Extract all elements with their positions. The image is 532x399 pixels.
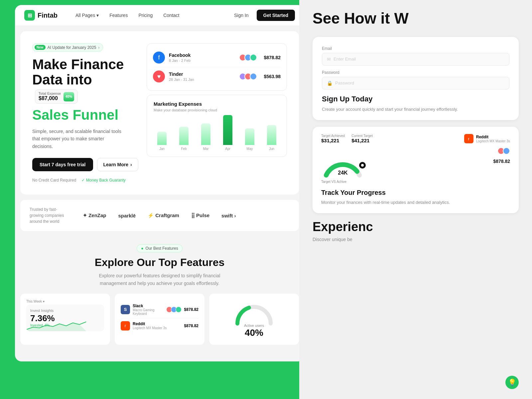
gauge-label: Target VS Achive bbox=[321, 180, 456, 184]
nav-all-pages[interactable]: All Pages ▾ bbox=[71, 11, 103, 20]
table-row: f Facebook 8 Jan - 2 Feb $878.82 bbox=[153, 48, 281, 67]
slack-icon: S bbox=[121, 305, 130, 314]
progress-amount: $878.82 bbox=[493, 159, 510, 164]
signup-title: Sign Up Today bbox=[322, 95, 509, 103]
nav-contact[interactable]: Contact bbox=[159, 11, 184, 20]
tx-amount: $563.98 bbox=[264, 74, 281, 79]
reddit-progress-item: r Reddit Logitech MX Master 3s bbox=[464, 134, 510, 143]
feature-cards: This Week ▾ Invest Insights 7.36% Invest… bbox=[20, 294, 299, 351]
chart-bar bbox=[267, 125, 276, 145]
hero-right: f Facebook 8 Jan - 2 Feb $878.82 ♥ bbox=[147, 43, 287, 157]
experience-section: Experienc Discover unique be bbox=[313, 213, 519, 249]
fc-this-week: This Week ▾ bbox=[26, 300, 104, 303]
learn-more-button[interactable]: Learn More › bbox=[97, 158, 138, 171]
badge-arrow-icon: › bbox=[98, 45, 99, 50]
password-group: Password 🔒 Password bbox=[322, 70, 509, 89]
bar-group: Jan bbox=[154, 132, 170, 151]
meta-money: ✓ Money Back Guaranty bbox=[81, 178, 126, 183]
brand-pulse: ⣿ Pulse bbox=[191, 212, 209, 218]
active-users-value: 40% bbox=[245, 328, 263, 338]
trusted-section: Trusted by fast-growing companies around… bbox=[20, 200, 299, 231]
active-users-label: Active users bbox=[244, 324, 264, 328]
brand-zenzap: ✦ ZenZap bbox=[83, 212, 106, 218]
features-header: ● Our Best Features Explore Our Top Feat… bbox=[20, 236, 299, 294]
gauge-chart bbox=[234, 300, 274, 327]
experience-title: Experienc bbox=[313, 220, 519, 234]
progress-right: r Reddit Logitech MX Master 3s $878.82 bbox=[464, 134, 510, 206]
list-item: S Slack Macro Gaming Keyboard $878.82 bbox=[121, 301, 199, 319]
invest-line-chart bbox=[26, 318, 104, 331]
bar-chart: Jan Feb Mar Apr bbox=[154, 117, 280, 151]
signup-card: Email ✉ Enter Email Password 🔒 Password … bbox=[313, 37, 519, 120]
brand-sparkle: sparklē bbox=[118, 213, 136, 218]
tx-tinder-info: Tinder 28 Jan - 31 Jan bbox=[169, 71, 235, 81]
chart-bar bbox=[157, 132, 167, 145]
progress-gauge: 24K bbox=[321, 149, 364, 179]
bar-group: Jun bbox=[263, 125, 280, 151]
bar-group: Mar bbox=[198, 123, 214, 151]
progress-left: Target Achieved $31,221 Current Target $… bbox=[321, 134, 456, 206]
progress-desc: Monitor your finances with real-time upd… bbox=[321, 199, 456, 206]
bar-group: May bbox=[241, 128, 258, 151]
amount: $878.82 bbox=[184, 307, 199, 312]
tx-avatars bbox=[166, 307, 182, 313]
brand-name: Fintab bbox=[38, 12, 58, 19]
avatar bbox=[503, 147, 510, 155]
bar-group: Apr bbox=[219, 115, 236, 151]
features-badge: ● Our Best Features bbox=[137, 244, 182, 252]
avatar bbox=[250, 54, 257, 61]
tx-date: 28 Jan - 31 Jan bbox=[169, 77, 235, 81]
expense-widget: Total Expense $87,000 40% bbox=[35, 89, 78, 104]
nav-features[interactable]: Features bbox=[105, 11, 132, 20]
get-started-button[interactable]: Get Started bbox=[257, 10, 295, 21]
right-panel: See How it W Email ✉ Enter Email Passwor… bbox=[299, 0, 532, 399]
chart-card: Marketing Expenses Make your database pr… bbox=[147, 95, 287, 157]
chevron-icon: ▾ bbox=[96, 13, 99, 18]
hero-left: New AI Update for January 2025 › Make Fi… bbox=[32, 43, 139, 183]
arrow-right-icon: › bbox=[130, 162, 132, 167]
features-section: ● Our Best Features Explore Our Top Feat… bbox=[15, 236, 304, 351]
email-group: Email ✉ Enter Email bbox=[322, 46, 509, 66]
sign-in-link[interactable]: Sign In bbox=[230, 11, 253, 20]
brand-logos: ✦ ZenZap sparklē ⚡ Craftgram ⣿ Pulse swi… bbox=[83, 212, 290, 218]
avatar bbox=[250, 73, 257, 80]
password-field[interactable]: 🔒 Password bbox=[322, 77, 509, 89]
feature-card-transactions: S Slack Macro Gaming Keyboard $878.82 bbox=[115, 294, 204, 345]
reddit-icon: r bbox=[464, 134, 473, 143]
amount: $878.82 bbox=[184, 324, 199, 328]
dot-icon: ● bbox=[141, 246, 143, 251]
gauge-needle bbox=[359, 162, 366, 169]
feature-card-active-users: Active users 40% bbox=[209, 294, 299, 345]
hero-badge: New AI Update for January 2025 › bbox=[32, 43, 103, 52]
chart-bar bbox=[201, 123, 210, 145]
logo: ⊞ Fintab bbox=[24, 10, 58, 21]
badge-new: New bbox=[35, 45, 46, 50]
nav-pricing[interactable]: Pricing bbox=[134, 11, 157, 20]
gauge-value: 24K bbox=[338, 170, 347, 176]
green-bulb-icon: 💡 bbox=[505, 376, 519, 389]
logo-icon: ⊞ bbox=[24, 10, 35, 21]
chart-bar bbox=[245, 128, 254, 145]
tx-avatars bbox=[239, 54, 257, 61]
nav-links: All Pages ▾ Features Pricing Contact bbox=[71, 11, 230, 20]
invest-chart-area: Invest Insights 7.36% Invested -6% bbox=[26, 305, 104, 331]
progress-avatars bbox=[497, 147, 510, 155]
trial-button[interactable]: Start 7 days free trial bbox=[32, 158, 93, 171]
avatar bbox=[176, 307, 182, 313]
main-panel: ⊞ Fintab All Pages ▾ Features Pricing Co… bbox=[15, 5, 304, 361]
tx-date: 8 Jan - 2 Feb bbox=[169, 59, 235, 63]
check-icon: ✓ bbox=[81, 178, 85, 183]
email-field[interactable]: ✉ Enter Email bbox=[322, 53, 509, 66]
brand-swift: swift › bbox=[221, 213, 236, 218]
hero-meta: No Credit Card Required ✓ Money Back Gua… bbox=[32, 178, 139, 183]
hero-subtitle: Simple, secure, and scalable financial t… bbox=[32, 128, 125, 150]
features-title: Explore Our Top Features bbox=[20, 256, 299, 269]
email-icon: ✉ bbox=[327, 57, 331, 62]
chart-bar bbox=[179, 127, 189, 145]
facebook-icon: f bbox=[153, 52, 165, 64]
chart-subtitle: Make your database provisioning cloud bbox=[154, 108, 280, 112]
tx-facebook-info: Facebook 8 Jan - 2 Feb bbox=[169, 53, 235, 63]
table-row: ♥ Tinder 28 Jan - 31 Jan $563.98 bbox=[153, 67, 281, 86]
current-target: Current Target $41,221 bbox=[351, 134, 373, 143]
features-subtitle: Explore our powerful features designed t… bbox=[96, 272, 223, 287]
